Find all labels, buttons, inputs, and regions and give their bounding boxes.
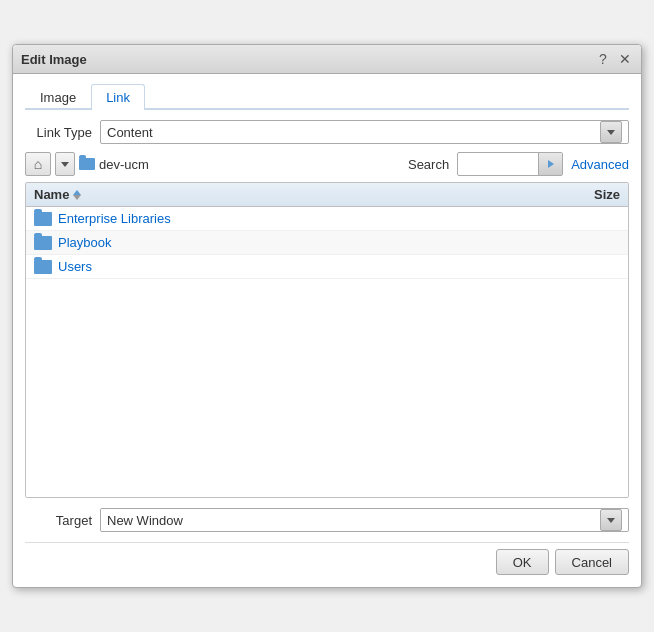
edit-image-dialog: Edit Image ? ✕ Image Link Link Type Cont… xyxy=(12,44,642,588)
folder-icon xyxy=(34,260,52,274)
dialog-title-icons: ? ✕ xyxy=(595,51,633,67)
table-row[interactable]: Playbook xyxy=(26,231,628,255)
folder-icon xyxy=(34,212,52,226)
cancel-button[interactable]: Cancel xyxy=(555,549,629,575)
dialog-body: Image Link Link Type Content ⌂ xyxy=(13,74,641,587)
home-icon: ⌂ xyxy=(34,156,42,172)
search-input[interactable] xyxy=(458,157,538,172)
table-row[interactable]: Users xyxy=(26,255,628,279)
toolbar-row: ⌂ dev-ucm Search Advanced xyxy=(25,152,629,176)
target-label: Target xyxy=(25,513,100,528)
link-type-dropdown-btn[interactable] xyxy=(600,121,622,143)
target-select[interactable]: New Window xyxy=(100,508,629,532)
target-row: Target New Window xyxy=(25,508,629,532)
dialog-titlebar: Edit Image ? ✕ xyxy=(13,45,641,74)
sort-down-icon xyxy=(73,195,81,200)
file-name-cell: Enterprise Libraries xyxy=(34,211,560,226)
chevron-down-icon xyxy=(607,130,615,135)
tab-image[interactable]: Image xyxy=(25,84,91,110)
folder-icon xyxy=(79,158,95,170)
folder-path-text: dev-ucm xyxy=(99,157,149,172)
file-name-cell: Playbook xyxy=(34,235,560,250)
link-type-label: Link Type xyxy=(25,125,100,140)
dialog-footer: OK Cancel xyxy=(25,542,629,577)
folder-icon xyxy=(34,236,52,250)
file-name-cell: Users xyxy=(34,259,560,274)
chevron-down-icon xyxy=(607,518,615,523)
target-dropdown-btn[interactable] xyxy=(600,509,622,531)
dropdown-icon xyxy=(61,162,69,167)
link-type-select[interactable]: Content xyxy=(100,120,629,144)
file-list-container: Name Size Enterprise Libraries xyxy=(25,182,629,498)
search-go-icon xyxy=(548,160,554,168)
file-list-header: Name Size xyxy=(26,183,628,207)
link-type-control: Content xyxy=(100,120,629,144)
column-size-header: Size xyxy=(560,187,620,202)
column-name-header: Name xyxy=(34,187,560,202)
help-icon[interactable]: ? xyxy=(595,51,611,67)
link-type-row: Link Type Content xyxy=(25,120,629,144)
advanced-link[interactable]: Advanced xyxy=(571,157,629,172)
file-list-body: Enterprise Libraries Playbook Users xyxy=(26,207,628,497)
folder-path: dev-ucm xyxy=(79,157,396,172)
link-type-value: Content xyxy=(107,125,153,140)
target-control: New Window xyxy=(100,508,629,532)
tab-link[interactable]: Link xyxy=(91,84,145,110)
search-label: Search xyxy=(408,157,449,172)
recent-locations-button[interactable] xyxy=(55,152,75,176)
search-input-wrap xyxy=(457,152,563,176)
tabs-container: Image Link xyxy=(25,82,629,110)
sort-arrows xyxy=(73,190,81,200)
home-button[interactable]: ⌂ xyxy=(25,152,51,176)
ok-button[interactable]: OK xyxy=(496,549,549,575)
table-row[interactable]: Enterprise Libraries xyxy=(26,207,628,231)
target-value: New Window xyxy=(107,513,183,528)
close-icon[interactable]: ✕ xyxy=(617,51,633,67)
dialog-title: Edit Image xyxy=(21,52,87,67)
search-go-button[interactable] xyxy=(538,153,562,175)
